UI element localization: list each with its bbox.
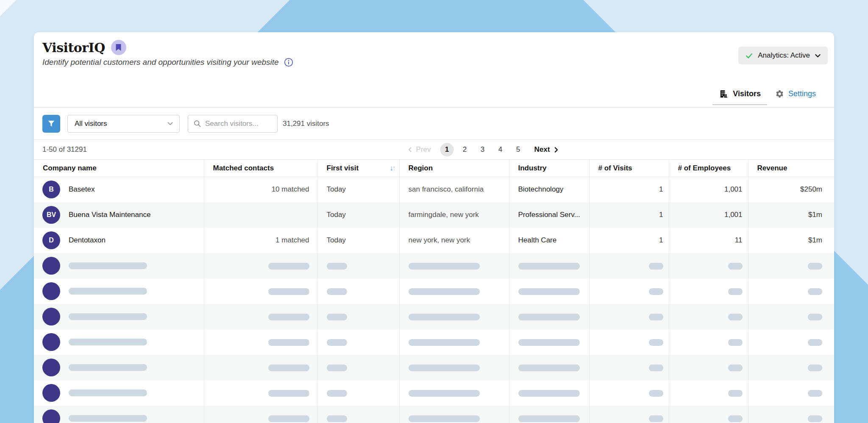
avatar-placeholder	[42, 333, 60, 351]
skeleton-cell	[509, 380, 589, 406]
company-name: Dentotaxon	[69, 236, 106, 245]
skeleton-cell	[317, 304, 399, 329]
toolbar: All visitors 31,291 visitors	[34, 108, 834, 140]
skeleton-row	[34, 355, 834, 380]
skeleton-cell	[204, 355, 317, 380]
column-header-first-visit[interactable]: First visit↓↑	[317, 160, 399, 177]
page-button-1[interactable]: 1	[440, 143, 454, 156]
table-header-row: Company nameMatched contactsFirst visit↓…	[34, 160, 834, 177]
search-input[interactable]	[205, 120, 272, 128]
skeleton-pill	[327, 263, 347, 270]
tab-visitors[interactable]: Visitors	[712, 81, 768, 107]
skeleton-cell	[34, 380, 204, 406]
tab-settings-label: Settings	[788, 89, 816, 98]
page-button-4[interactable]: 4	[494, 143, 507, 156]
region-cell: san francisco, california	[399, 177, 509, 202]
skeleton-cell	[317, 406, 399, 423]
skeleton-cell	[204, 329, 317, 355]
skeleton-pill	[268, 339, 309, 346]
skeleton-pill	[518, 288, 580, 295]
skeleton-cell	[399, 304, 509, 329]
page-button-3[interactable]: 3	[476, 143, 490, 156]
skeleton-cell	[589, 355, 669, 380]
first-visit-cell: Today	[317, 228, 399, 253]
skeleton-cell	[589, 253, 669, 278]
table-row[interactable]: BVBuena Vista MaintenanceTodayfarmingdal…	[34, 202, 834, 228]
industry-cell: Health Care	[509, 228, 589, 253]
info-icon[interactable]	[284, 58, 293, 67]
matched-cell	[204, 202, 317, 228]
page-button-5[interactable]: 5	[512, 143, 525, 156]
skeleton-cell	[317, 380, 399, 406]
skeleton-row	[34, 253, 834, 278]
avatar-placeholder	[42, 409, 60, 423]
skeleton-cell	[399, 406, 509, 423]
skeleton-row	[34, 406, 834, 423]
analytics-status-label: Analytics: Active	[758, 51, 810, 60]
skeleton-pill	[69, 390, 147, 396]
skeleton-cell	[589, 329, 669, 355]
avatar-placeholder	[42, 359, 60, 376]
skeleton-pill	[518, 415, 580, 422]
skeleton-pill	[327, 339, 347, 346]
visitor-count: 31,291 visitors	[283, 120, 329, 128]
skeleton-pill	[409, 288, 480, 295]
skeleton-cell	[509, 278, 589, 304]
page-button-2[interactable]: 2	[458, 143, 472, 156]
gear-icon	[775, 89, 784, 98]
column-header-matched-contacts: Matched contacts	[204, 160, 317, 177]
revenue-cell: $250m	[748, 177, 834, 202]
avatar: B	[42, 181, 60, 198]
table-row[interactable]: DDentotaxon1 matchedTodaynew york, new y…	[34, 228, 834, 253]
skeleton-pill	[728, 314, 743, 320]
employees-cell: 1,001	[669, 177, 748, 202]
skeleton-pill	[808, 415, 822, 422]
next-page-button[interactable]: Next	[534, 145, 559, 154]
skeleton-pill	[728, 263, 743, 270]
skeleton-row	[34, 329, 834, 355]
skeleton-pill	[409, 390, 480, 397]
skeleton-pill	[268, 314, 309, 320]
avatar: D	[42, 231, 60, 249]
skeleton-cell	[34, 304, 204, 329]
company-name: Buena Vista Maintenance	[69, 211, 150, 219]
skeleton-pill	[518, 314, 580, 320]
skeleton-cell	[748, 278, 834, 304]
avatar-placeholder	[42, 282, 60, 300]
table-row[interactable]: BBasetex10 matchedTodaysan francisco, ca…	[34, 177, 834, 202]
skeleton-cell	[34, 406, 204, 423]
skeleton-pill	[649, 390, 663, 397]
search-box	[188, 115, 278, 133]
skeleton-cell	[589, 278, 669, 304]
page-subtitle: Identify potential customers and opportu…	[42, 58, 279, 67]
skeleton-pill	[728, 339, 743, 346]
skeleton-pill	[808, 314, 822, 320]
chevron-right-icon	[553, 147, 559, 153]
skeleton-cell	[669, 380, 748, 406]
skeleton-row	[34, 278, 834, 304]
company-name: Basetex	[69, 185, 95, 194]
skeleton-pill	[268, 415, 309, 422]
filter-button[interactable]	[42, 115, 60, 133]
skeleton-cell	[399, 253, 509, 278]
result-range-label: 1-50 of 31291	[42, 145, 87, 154]
sort-toggle[interactable]: ↓↑	[390, 164, 395, 172]
chevron-left-icon	[407, 147, 413, 153]
skeleton-pill	[728, 365, 743, 371]
skeleton-pill	[518, 263, 580, 270]
check-icon	[745, 52, 753, 60]
prev-page-button[interactable]: Prev	[407, 145, 431, 154]
visitor-filter-select[interactable]: All visitors	[67, 115, 180, 133]
skeleton-cell	[669, 406, 748, 423]
skeleton-cell	[669, 329, 748, 355]
analytics-status-dropdown[interactable]: Analytics: Active	[738, 47, 828, 64]
industry-cell: Biotechnology	[509, 177, 589, 202]
tab-settings[interactable]: Settings	[768, 81, 823, 107]
column-header-revenue: Revenue	[748, 160, 834, 177]
skeleton-pill	[728, 288, 743, 295]
skeleton-cell	[669, 304, 748, 329]
skeleton-pill	[327, 415, 347, 422]
search-icon	[193, 120, 201, 128]
chevron-down-icon	[815, 53, 821, 59]
building-icon	[719, 89, 729, 99]
